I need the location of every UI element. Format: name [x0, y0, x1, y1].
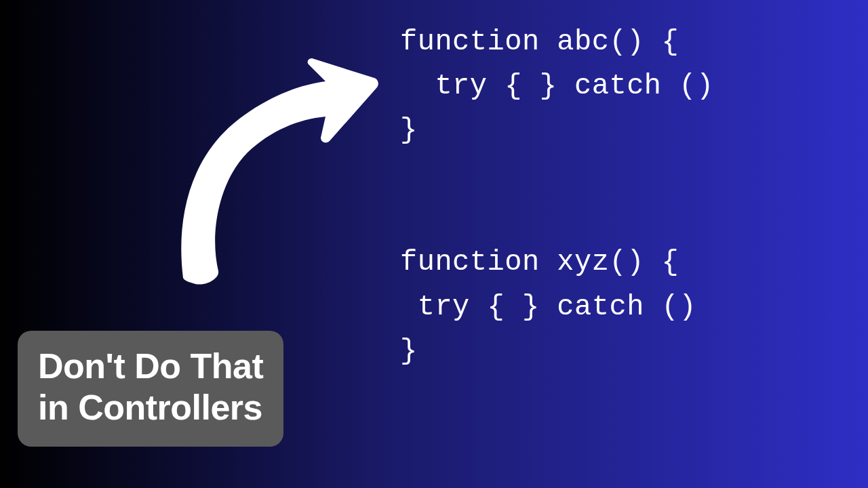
curved-arrow-icon — [156, 54, 380, 285]
arrow-path — [181, 58, 378, 285]
caption-line-2: in Controllers — [38, 387, 263, 428]
caption-line-1: Don't Do That — [38, 346, 263, 387]
caption-panel: Don't Do That in Controllers — [18, 331, 283, 447]
code-snippet: function abc() { try { } catch () } func… — [400, 20, 714, 373]
